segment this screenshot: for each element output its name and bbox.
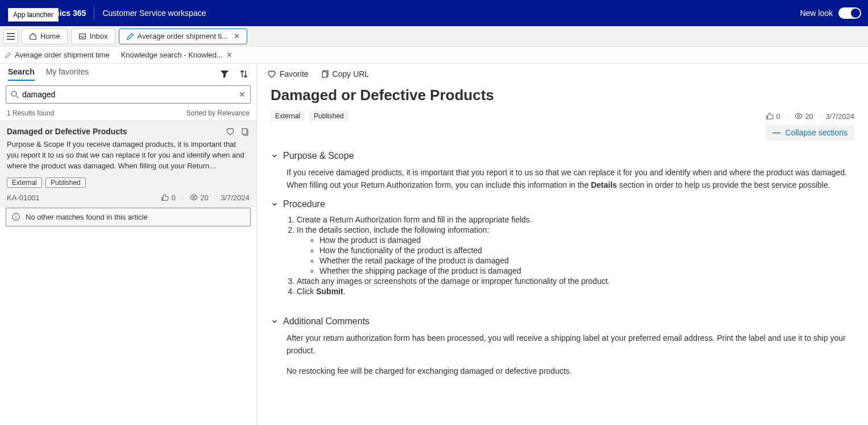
sort-button[interactable] [237, 67, 251, 81]
results-count: 1 Results found [7, 109, 54, 117]
list-item: Click Submit. [297, 287, 854, 296]
topbar: App launcher Dynamics 365 Customer Servi… [0, 0, 868, 26]
article-tag-published: Published [309, 111, 348, 121]
tab-inbox[interactable]: Inbox [71, 28, 115, 44]
views-stat: 20 [181, 193, 209, 202]
article-views: 20 [786, 112, 813, 121]
section-head-procedure[interactable]: Procedure [271, 199, 854, 209]
collapse-sections-button[interactable]: — Collapse sections [766, 125, 854, 141]
search-input[interactable] [22, 90, 235, 99]
subtab-knowledge-search[interactable]: Knowledge search - Knowled... ✕ [121, 51, 232, 59]
subtab-case[interactable]: Average order shipment time [5, 51, 110, 59]
tab-case[interactable]: Average order shipment ti... ✕ [119, 28, 247, 44]
info-icon [12, 213, 20, 221]
popout-result-icon[interactable] [240, 127, 250, 136]
home-icon [29, 32, 37, 40]
copy-icon [320, 69, 329, 79]
result-title: Damaged or Defective Products [7, 127, 127, 136]
favorite-action[interactable]: Favorite [267, 69, 309, 79]
result-snippet: Purpose & Scope If you receive damaged p… [7, 139, 250, 172]
article-panel: Favorite Copy URL Damaged or Defective P… [257, 64, 868, 425]
knowledge-search-panel: Search My favorites ✕ 1 Results found So… [0, 64, 257, 425]
list-item: In the details section, include the foll… [297, 225, 854, 275]
collapse-label: Collapse sections [785, 128, 848, 137]
favorite-label: Favorite [280, 69, 309, 79]
tab-inbox-label: Inbox [90, 32, 108, 40]
chevron-down-icon [271, 152, 279, 160]
svg-point-10 [11, 91, 16, 96]
article-likes: 0 [766, 112, 780, 121]
article-number: KA-01001 [7, 193, 40, 202]
subtab-ksearch-label: Knowledge search - Knowled... [121, 51, 223, 59]
article-title: Damaged or Defective Products [271, 86, 854, 104]
sidetab-search[interactable]: Search [8, 67, 35, 81]
sidetab-favorites[interactable]: My favorites [46, 67, 89, 81]
chevron-down-icon [271, 317, 279, 325]
list-item: Attach any images or screenshots of the … [297, 277, 854, 286]
clear-search-icon[interactable]: ✕ [239, 90, 246, 99]
case-icon [5, 52, 11, 59]
subtab-case-label: Average order shipment time [15, 51, 110, 59]
svg-rect-11 [242, 129, 247, 134]
new-look-label: New look [800, 9, 833, 18]
search-result-card[interactable]: Damaged or Defective Products Purpose & … [0, 121, 256, 208]
procedure-list: Create a Return Authorization form and f… [297, 215, 854, 296]
tab-case-label: Average order shipment ti... [138, 32, 228, 40]
hamburger-menu[interactable] [3, 29, 18, 44]
inbox-icon [78, 32, 86, 40]
article-tag-external: External [271, 111, 305, 121]
no-other-text: No other matches found in this article [26, 213, 148, 221]
result-date: 3/7/2024 [214, 193, 250, 202]
tab-home[interactable]: Home [22, 28, 68, 44]
list-item: Create a Return Authorization form and f… [297, 215, 854, 224]
section-body-purpose: If you receive damaged products, it is i… [286, 167, 854, 191]
list-item: How the product is damaged [319, 236, 854, 245]
separator [94, 7, 94, 19]
chevron-down-icon [271, 200, 279, 208]
main-tab-row: Home Inbox Average order shipment ti... … [0, 26, 868, 47]
svg-point-12 [193, 196, 196, 199]
likes-stat: 0 [161, 193, 175, 202]
section-body-additional: After your return authorization form has… [286, 332, 854, 377]
app-launcher-tooltip: App launcher [8, 8, 59, 22]
svg-point-15 [798, 115, 800, 117]
workspace-name: Customer Service workspace [102, 9, 206, 18]
sorted-by-label: Sorted by Relevance [186, 109, 250, 117]
heart-icon [267, 69, 276, 79]
search-box[interactable]: ✕ [6, 85, 251, 104]
list-item: Whether the shipping package of the prod… [319, 266, 854, 275]
no-other-matches: No other matches found in this article [6, 208, 251, 226]
case-icon [126, 32, 134, 40]
sub-tab-row: Average order shipment time Knowledge se… [0, 47, 868, 64]
section-head-purpose[interactable]: Purpose & Scope [271, 151, 854, 161]
filter-button[interactable] [218, 67, 231, 81]
copy-url-action[interactable]: Copy URL [320, 69, 369, 79]
copy-url-label: Copy URL [333, 69, 369, 79]
list-item: How the functionality of the product is … [319, 246, 854, 255]
content-area: Search My favorites ✕ 1 Results found So… [0, 64, 868, 425]
section-head-additional[interactable]: Additional Comments [271, 316, 854, 327]
favorite-result-icon[interactable] [226, 127, 235, 136]
tag-published: Published [45, 178, 86, 188]
svg-rect-14 [322, 72, 327, 77]
tab-case-close-icon[interactable]: ✕ [234, 32, 240, 40]
article-date: 3/7/2024 [819, 112, 854, 121]
search-icon [11, 90, 19, 98]
tab-home-label: Home [40, 32, 60, 40]
list-item: Whether the retail package of the produc… [319, 256, 854, 265]
tag-external: External [7, 178, 42, 188]
new-look-toggle[interactable] [838, 7, 861, 19]
subtab-close-icon[interactable]: ✕ [226, 51, 232, 59]
